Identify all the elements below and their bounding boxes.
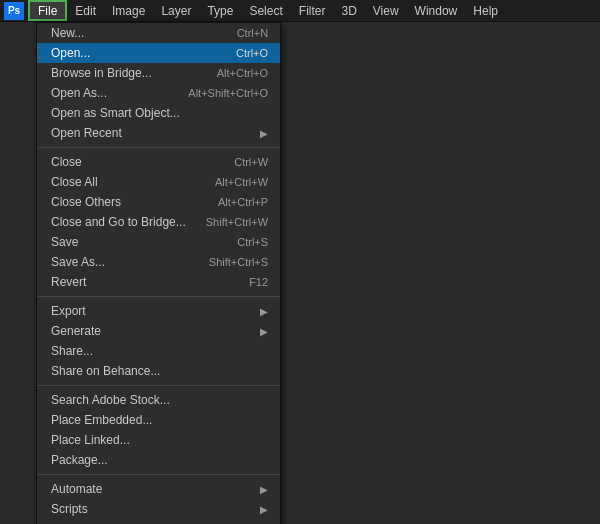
menu-edit[interactable]: Edit: [67, 0, 104, 21]
menu-revert-label: Revert: [51, 275, 86, 289]
menubar: Ps File Edit Image Layer Type Select Fil…: [0, 0, 600, 22]
separator-4: [37, 474, 280, 475]
menu-window[interactable]: Window: [407, 0, 466, 21]
menu-close-bridge[interactable]: Close and Go to Bridge... Shift+Ctrl+W: [37, 212, 280, 232]
menu-close-label: Close: [51, 155, 82, 169]
menu-package-label: Package...: [51, 453, 108, 467]
menu-save-as-label: Save As...: [51, 255, 105, 269]
menu-automate[interactable]: Automate ▶: [37, 479, 280, 499]
menu-close-all[interactable]: Close All Alt+Ctrl+W: [37, 172, 280, 192]
menu-open[interactable]: Open... Ctrl+O: [37, 43, 280, 63]
menu-close-others-shortcut: Alt+Ctrl+P: [218, 196, 268, 208]
menu-browse-bridge-label: Browse in Bridge...: [51, 66, 152, 80]
menu-generate[interactable]: Generate ▶: [37, 321, 280, 341]
menu-export[interactable]: Export ▶: [37, 301, 280, 321]
menu-3d[interactable]: 3D: [333, 0, 364, 21]
menu-import[interactable]: Import ▶: [37, 519, 280, 524]
menu-save-label: Save: [51, 235, 78, 249]
menu-place-linked-label: Place Linked...: [51, 433, 130, 447]
menu-view[interactable]: View: [365, 0, 407, 21]
menu-new-label: New...: [51, 26, 84, 40]
menu-place-embedded-label: Place Embedded...: [51, 413, 152, 427]
menu-save-as[interactable]: Save As... Shift+Ctrl+S: [37, 252, 280, 272]
menu-browse-bridge-shortcut: Alt+Ctrl+O: [217, 67, 268, 79]
file-dropdown: New... Ctrl+N Open... Ctrl+O Browse in B…: [36, 22, 281, 524]
menu-new-shortcut: Ctrl+N: [237, 27, 268, 39]
separator-2: [37, 296, 280, 297]
menu-scripts-label: Scripts: [51, 502, 88, 516]
menu-type[interactable]: Type: [199, 0, 241, 21]
separator-1: [37, 147, 280, 148]
open-recent-arrow-icon: ▶: [260, 128, 268, 139]
menu-select[interactable]: Select: [241, 0, 290, 21]
menu-image[interactable]: Image: [104, 0, 153, 21]
menu-close-bridge-label: Close and Go to Bridge...: [51, 215, 186, 229]
menu-file[interactable]: File: [28, 0, 67, 21]
menu-open-as-label: Open As...: [51, 86, 107, 100]
menu-share[interactable]: Share...: [37, 341, 280, 361]
menu-new[interactable]: New... Ctrl+N: [37, 23, 280, 43]
menu-close-all-label: Close All: [51, 175, 98, 189]
menu-save-shortcut: Ctrl+S: [237, 236, 268, 248]
menu-share-label: Share...: [51, 344, 93, 358]
separator-3: [37, 385, 280, 386]
menu-share-behance[interactable]: Share on Behance...: [37, 361, 280, 381]
menu-help[interactable]: Help: [465, 0, 506, 21]
menu-close-shortcut: Ctrl+W: [234, 156, 268, 168]
menu-close[interactable]: Close Ctrl+W: [37, 152, 280, 172]
menu-close-others[interactable]: Close Others Alt+Ctrl+P: [37, 192, 280, 212]
menu-open-as-shortcut: Alt+Shift+Ctrl+O: [188, 87, 268, 99]
menu-open-label: Open...: [51, 46, 90, 60]
menu-open-recent[interactable]: Open Recent ▶: [37, 123, 280, 143]
menu-search-stock-label: Search Adobe Stock...: [51, 393, 170, 407]
menu-export-label: Export: [51, 304, 86, 318]
menu-automate-label: Automate: [51, 482, 102, 496]
app-logo: Ps: [4, 2, 24, 20]
menu-revert[interactable]: Revert F12: [37, 272, 280, 292]
menu-open-smart[interactable]: Open as Smart Object...: [37, 103, 280, 123]
menu-save[interactable]: Save Ctrl+S: [37, 232, 280, 252]
menu-layer[interactable]: Layer: [153, 0, 199, 21]
export-arrow-icon: ▶: [260, 306, 268, 317]
menu-generate-label: Generate: [51, 324, 101, 338]
menu-revert-shortcut: F12: [249, 276, 268, 288]
menu-open-shortcut: Ctrl+O: [236, 47, 268, 59]
menu-share-behance-label: Share on Behance...: [51, 364, 160, 378]
scripts-arrow-icon: ▶: [260, 504, 268, 515]
menu-open-recent-label: Open Recent: [51, 126, 122, 140]
menu-place-linked[interactable]: Place Linked...: [37, 430, 280, 450]
menu-close-others-label: Close Others: [51, 195, 121, 209]
menu-scripts[interactable]: Scripts ▶: [37, 499, 280, 519]
menu-package[interactable]: Package...: [37, 450, 280, 470]
menu-close-bridge-shortcut: Shift+Ctrl+W: [206, 216, 268, 228]
menu-browse-bridge[interactable]: Browse in Bridge... Alt+Ctrl+O: [37, 63, 280, 83]
menu-place-embedded[interactable]: Place Embedded...: [37, 410, 280, 430]
menu-close-all-shortcut: Alt+Ctrl+W: [215, 176, 268, 188]
menu-open-smart-label: Open as Smart Object...: [51, 106, 180, 120]
menu-search-stock[interactable]: Search Adobe Stock...: [37, 390, 280, 410]
generate-arrow-icon: ▶: [260, 326, 268, 337]
menu-open-as[interactable]: Open As... Alt+Shift+Ctrl+O: [37, 83, 280, 103]
automate-arrow-icon: ▶: [260, 484, 268, 495]
menu-save-as-shortcut: Shift+Ctrl+S: [209, 256, 268, 268]
menu-filter[interactable]: Filter: [291, 0, 334, 21]
